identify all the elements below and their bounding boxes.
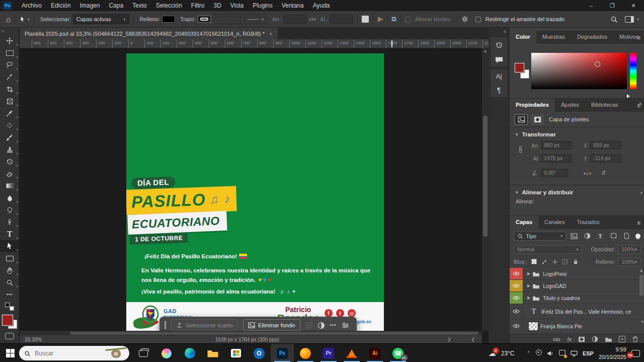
hue-slider-arrow[interactable] — [627, 94, 630, 98]
tray-app-icon[interactable] — [536, 349, 542, 357]
constrain-path-checkbox[interactable] — [475, 17, 481, 22]
visibility-toggle[interactable] — [510, 304, 523, 319]
brush-tool[interactable] — [0, 131, 19, 143]
shape-width-input[interactable] — [284, 15, 307, 24]
hue-slider[interactable] — [630, 53, 636, 89]
contextual-task-bar[interactable]: Seleccionar sujeto Eliminar fondo ••• — [159, 317, 357, 331]
tray-expand-icon[interactable]: ⌃ — [527, 350, 531, 356]
opacity-dropdown[interactable]: 100%▾ — [618, 245, 640, 254]
menu-item-ventana[interactable]: Ventana — [277, 1, 308, 10]
visibility-toggle[interactable] — [510, 268, 523, 279]
stroke-swatch[interactable] — [198, 16, 211, 23]
remove-background-button[interactable]: Eliminar fondo — [243, 319, 300, 331]
home-icon[interactable]: ⌂ — [6, 15, 11, 24]
photoshop-button[interactable]: Ps — [271, 344, 294, 362]
poster-document[interactable]: DÍA DEL PASILLO ♫ ♪ ECUATORIANO 1 DE OCT… — [126, 53, 384, 331]
lock-pixels-icon[interactable] — [541, 259, 548, 265]
layer-row-text[interactable]: T iFeliz Día del Pas... Valle Hermoso, c… — [510, 304, 644, 319]
align-section-header[interactable]: ▾Alinear y distribuir ▾ — [510, 185, 644, 197]
healing-brush-tool[interactable] — [0, 119, 19, 131]
type-tool[interactable]: T — [0, 228, 19, 240]
language-indicator[interactable]: ESP — [583, 350, 594, 356]
flip-vertical-icon[interactable]: ⇵ — [601, 170, 606, 176]
align-edges-checkbox[interactable] — [405, 17, 411, 22]
tab-canales[interactable]: Canales — [538, 216, 571, 229]
edge-button[interactable] — [178, 344, 201, 362]
height-field[interactable]: 1475 px — [541, 154, 572, 163]
path-arrangement-icon[interactable]: ⧉ — [392, 15, 396, 23]
shape-height-input[interactable] — [330, 15, 353, 24]
eraser-tool[interactable] — [0, 168, 19, 180]
current-tool-icon[interactable] — [19, 16, 26, 23]
new-group-icon[interactable] — [605, 336, 612, 342]
layers-scroll-thumb[interactable] — [639, 275, 643, 296]
paragraph-panel-icon[interactable]: ¶ — [497, 86, 501, 94]
network-display-icon[interactable] — [571, 350, 578, 357]
ctxbar-drag-handle[interactable] — [165, 321, 166, 329]
flip-horizontal-icon[interactable]: ▸|◂ — [584, 171, 591, 176]
delete-layer-icon[interactable] — [632, 336, 638, 343]
color-foreground-swatch[interactable] — [515, 63, 524, 73]
outlook-button[interactable]: O — [248, 344, 271, 362]
weather-icon[interactable]: ☁2 — [489, 349, 496, 358]
x-field[interactable]: 659 px — [590, 141, 621, 150]
group-caret-icon[interactable]: ▶ — [527, 283, 530, 288]
width-field[interactable]: 980 px — [541, 141, 572, 150]
temperature[interactable]: 23°C — [501, 350, 515, 357]
path-alignment-icon[interactable]: ⊫ — [377, 16, 383, 23]
path-operations-icon[interactable] — [362, 16, 369, 23]
menu-item-filtro[interactable]: Filtro — [187, 1, 209, 10]
copilot-button[interactable] — [155, 344, 178, 362]
tab-capas[interactable]: Capas — [510, 216, 538, 229]
toolbar-expand-icon[interactable]: » — [0, 28, 19, 35]
taskbar-search[interactable] — [19, 346, 129, 360]
task-view-button[interactable] — [132, 344, 155, 362]
blur-tool[interactable] — [0, 192, 19, 204]
new-layer-icon[interactable]: + — [619, 336, 625, 342]
gear-icon[interactable] — [461, 16, 468, 23]
illustrator-button[interactable]: Ai — [363, 344, 386, 362]
foreground-color-swatch[interactable] — [2, 315, 13, 326]
fill-opacity-dropdown[interactable]: 100%▾ — [618, 258, 640, 266]
transform-section-header[interactable]: ▾Transformar ▲ — [510, 127, 644, 139]
vertical-scroll-thumb[interactable] — [483, 116, 488, 237]
search-icon[interactable] — [610, 16, 618, 23]
file-explorer-button[interactable] — [201, 344, 224, 362]
color-panel-menu-icon[interactable]: ≡ — [637, 34, 640, 41]
align-collapse-chevron[interactable]: ▾ — [640, 190, 642, 195]
tab-trazados[interactable]: Trazados — [571, 216, 605, 229]
tab-ajustes[interactable]: Ajustes — [555, 99, 585, 112]
layer-row-logopresi[interactable]: ▶ LogoPresi — [510, 268, 644, 280]
visibility-toggle[interactable] — [510, 319, 523, 333]
color-saturation-field[interactable] — [531, 53, 627, 89]
transform-icon[interactable] — [305, 321, 312, 329]
color-picker-cursor[interactable] — [595, 61, 600, 67]
volume-icon[interactable] — [547, 350, 554, 357]
angle-field[interactable]: 0,00° — [541, 169, 568, 177]
zoom-tool[interactable] — [0, 276, 19, 288]
premiere-button[interactable]: Pr — [317, 344, 340, 362]
history-panel-icon[interactable] — [495, 40, 503, 49]
tab-muestras[interactable]: Muestras — [536, 31, 571, 44]
link-layers-icon[interactable] — [553, 336, 560, 342]
document-tab[interactable]: Plantilla 2025.psd al 33,3% (504664122_5… — [20, 28, 278, 39]
blend-mode-dropdown[interactable]: Normal▾ — [514, 245, 582, 254]
pen-tool[interactable] — [0, 216, 19, 228]
filter-adjustment-layers-icon[interactable] — [582, 233, 592, 240]
vlc-button[interactable] — [340, 344, 363, 362]
clock[interactable]: 9:59 20/10/2025 — [599, 346, 626, 360]
microsoft-store-button[interactable] — [224, 344, 248, 362]
menu-item-edición[interactable]: Edición — [46, 1, 75, 10]
link-dimensions-icon[interactable] — [309, 17, 316, 22]
document-tab-close-icon[interactable]: × — [269, 31, 272, 37]
fill-swatch[interactable] — [162, 16, 175, 23]
comments-panel-icon[interactable] — [495, 55, 503, 63]
minimize-button[interactable]: – — [581, 3, 602, 9]
properties-toggle-icon[interactable] — [342, 321, 349, 329]
more-options-icon[interactable]: ••• — [330, 322, 337, 328]
layer-row-pixel[interactable]: Franja Blanca Pie — [510, 319, 644, 333]
filter-shape-layers-icon[interactable] — [608, 233, 618, 239]
y-field[interactable]: -114 px — [590, 154, 621, 163]
pixel-layer-icon[interactable] — [515, 114, 528, 125]
filter-pixel-layers-icon[interactable] — [569, 233, 579, 239]
